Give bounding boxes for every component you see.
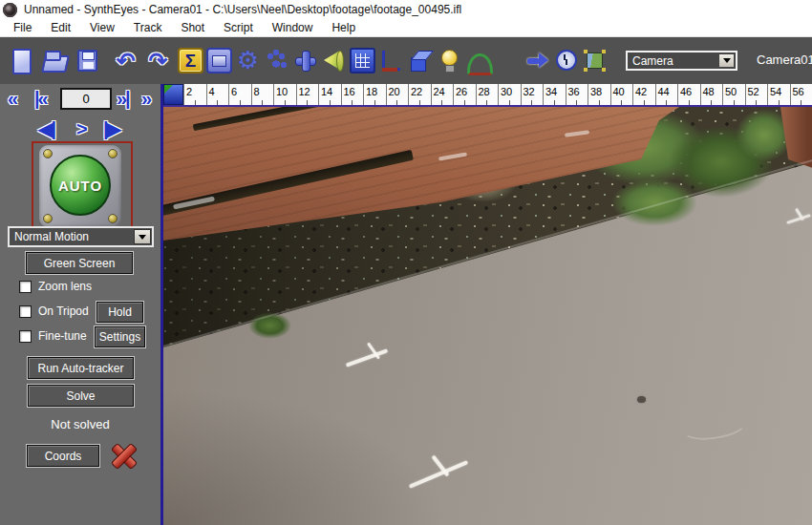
ruler-major-tick [296, 84, 297, 105]
solve-button[interactable]: Solve [28, 385, 134, 407]
green-screen-button[interactable]: Green Screen [26, 252, 133, 274]
menu-view[interactable]: View [80, 19, 124, 37]
ruler-major-tick [341, 84, 342, 105]
on-tripod-checkbox[interactable] [19, 305, 32, 318]
settings-button[interactable]: Settings [95, 326, 145, 347]
camera-select-arrow[interactable] [718, 53, 735, 68]
3d-room-icon[interactable] [407, 48, 433, 74]
ruler-frame-label: 12 [299, 86, 310, 97]
zoom-lens-label: Zoom lens [38, 280, 92, 293]
undo-icon[interactable]: ↶ [113, 48, 139, 74]
fine-tune-label: Fine-tune [38, 329, 87, 343]
motion-mode-dropdown[interactable]: Normal Motion [8, 226, 154, 247]
ruler-frame-label: 30 [501, 86, 512, 97]
coords-button[interactable]: Coords [27, 445, 99, 467]
tracker-gear-icon[interactable]: ⚙ [235, 48, 261, 74]
ruler-frame-label: 38 [590, 86, 602, 97]
save-file-icon[interactable] [75, 48, 100, 74]
ruler-frame-label: 24 [434, 86, 445, 97]
ruler-major-tick [251, 84, 252, 105]
open-file-icon[interactable] [41, 48, 67, 74]
summary-room-icon[interactable]: Σ [178, 48, 203, 74]
ruler-major-tick [521, 84, 522, 105]
go-to-start-button[interactable]: |« [34, 87, 47, 110]
ruler-major-tick [453, 84, 454, 105]
new-scene-icon[interactable] [8, 48, 33, 74]
title-bar: Unnamed - SynthEyes - Camera01 - C:\User… [0, 0, 812, 19]
menu-bar: File Edit View Track Shot Script Window … [0, 19, 812, 37]
motion-mode-arrow[interactable] [134, 229, 151, 244]
step-back-button[interactable]: ◀| [38, 117, 54, 140]
lighting-room-icon[interactable] [321, 48, 347, 74]
menu-script[interactable]: Script [214, 19, 263, 37]
ruler-frame-label: 46 [680, 86, 692, 97]
graphs-room-icon[interactable] [378, 48, 404, 74]
ruler-major-tick [632, 84, 633, 105]
redo-icon[interactable]: ↷ [145, 48, 171, 74]
menu-track[interactable]: Track [124, 19, 172, 37]
jump-forward-button[interactable]: » [141, 87, 150, 110]
fine-tune-checkbox[interactable] [19, 330, 32, 343]
tracker-cross-mark [407, 460, 470, 489]
on-tripod-row: On Tripod [19, 304, 89, 318]
perspective-room-icon[interactable] [464, 48, 490, 74]
screw-icon [43, 149, 53, 158]
chevron-down-icon [723, 58, 731, 63]
left-panel: « |« »| » ◀| > |▶ AUTO Normal Motion Gre… [0, 84, 160, 525]
zoom-lens-checkbox[interactable] [19, 281, 32, 293]
jump-back-button[interactable]: « [8, 87, 16, 110]
ruler-frame-label: 10 [276, 86, 288, 97]
camera-select-dropdown[interactable]: Camera [626, 51, 737, 71]
ruler-frame-label: 6 [231, 86, 237, 97]
ruler-frame-label: 28 [479, 86, 490, 97]
syntheyes-app-icon [3, 3, 17, 17]
ruler-frame-label: 54 [770, 86, 781, 97]
tracker-cross-mark [786, 210, 811, 227]
ruler-major-tick [476, 84, 477, 105]
advance-shot-icon[interactable] [524, 48, 550, 74]
camera-viewport[interactable] [163, 105, 812, 525]
solve-status-text: Not solved [0, 417, 160, 431]
play-button[interactable]: > [76, 117, 86, 140]
ruler-frame-label: 2 [186, 86, 192, 97]
time-settings-icon[interactable] [553, 48, 579, 74]
ruler-frame-label: 48 [703, 86, 715, 97]
ruler-major-tick [700, 84, 701, 105]
step-forward-button[interactable]: |▶ [103, 117, 119, 140]
red-x-icon [110, 442, 137, 469]
ruler-frame-label: 56 [793, 86, 804, 97]
ruler-major-tick [767, 84, 768, 105]
ruler-major-tick [498, 84, 499, 105]
run-auto-tracker-button[interactable]: Run Auto-tracker [28, 357, 134, 379]
ruler-major-tick [677, 84, 678, 105]
ruler-major-tick [273, 84, 274, 105]
timeline-ruler[interactable]: 2468101214161820222426283032343638404244… [163, 84, 812, 105]
playhead[interactable] [163, 84, 183, 105]
on-tripod-label: On Tripod [38, 304, 89, 318]
auto-track-button[interactable]: AUTO [39, 145, 121, 227]
auto-tracker-paw-icon[interactable] [264, 48, 289, 74]
menu-edit[interactable]: Edit [41, 19, 80, 37]
ruler-major-tick [431, 84, 432, 105]
fit-view-icon[interactable] [582, 48, 608, 74]
solver-room-icon[interactable] [292, 48, 318, 74]
ruler-frame-label: 40 [613, 86, 625, 97]
ruler-frame-label: 50 [725, 86, 737, 97]
menu-shot[interactable]: Shot [171, 19, 214, 37]
frame-number-field[interactable] [60, 88, 112, 110]
ruler-frame-label: 16 [344, 86, 355, 97]
menu-help[interactable]: Help [322, 19, 365, 37]
lite-room-icon[interactable] [436, 48, 461, 74]
pebble [637, 396, 646, 403]
screw-icon [108, 149, 118, 158]
go-to-end-button[interactable]: »| [117, 87, 129, 110]
menu-file[interactable]: File [4, 19, 41, 37]
ruler-frame-label: 8 [254, 86, 260, 97]
hold-button[interactable]: Hold [96, 302, 143, 323]
feature-room-icon[interactable] [206, 48, 232, 74]
zoom-lens-row: Zoom lens [19, 280, 92, 293]
coordinates-room-icon[interactable] [350, 48, 375, 74]
auto-green-button[interactable]: AUTO [50, 155, 111, 216]
menu-window[interactable]: Window [263, 19, 323, 37]
ruler-major-tick [386, 84, 387, 105]
